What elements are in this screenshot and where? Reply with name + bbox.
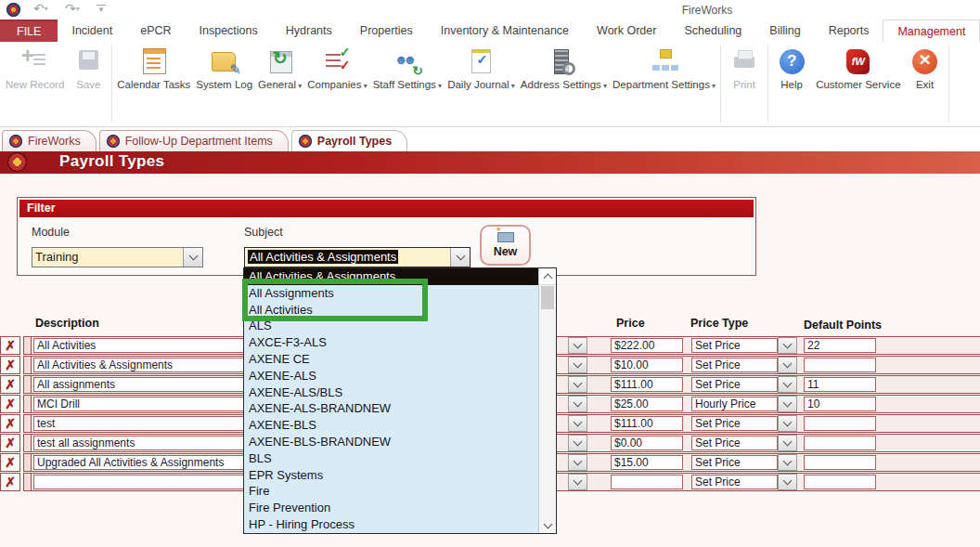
- price-type-combo-button[interactable]: [778, 357, 797, 373]
- ribbon-tab-incident[interactable]: Incident: [58, 20, 126, 42]
- row-subject-combo-button[interactable]: [568, 396, 587, 412]
- price-field[interactable]: $111.00: [611, 416, 683, 431]
- row-grip[interactable]: [24, 337, 32, 354]
- delete-row-button[interactable]: ✗: [0, 473, 20, 491]
- row-grip[interactable]: [24, 357, 32, 373]
- scroll-down-button[interactable]: [539, 518, 556, 533]
- row-grip[interactable]: [24, 415, 32, 432]
- dropdown-item-epr-systems[interactable]: EPR Systems: [244, 467, 540, 484]
- module-combo-button[interactable]: [183, 248, 202, 267]
- price-field[interactable]: $25.00: [611, 397, 683, 411]
- doc-tab-fireworks[interactable]: FireWorks: [2, 130, 97, 151]
- dropdown-item-axene-bls[interactable]: AXENE-BLS: [244, 417, 540, 434]
- price-type-combo-button[interactable]: [778, 435, 797, 451]
- general-button[interactable]: General ▾: [255, 42, 304, 92]
- new-record-button[interactable]: New Record: [3, 42, 67, 92]
- companies-button[interactable]: Companies ▾: [304, 42, 369, 92]
- scrollbar-thumb[interactable]: [541, 286, 554, 309]
- dropdown-item-axene-ce[interactable]: AXENE CE: [244, 351, 540, 368]
- price-type-combo-button[interactable]: [778, 454, 797, 471]
- price-type-combo-button[interactable]: [778, 415, 797, 432]
- price-field[interactable]: [611, 475, 683, 489]
- ribbon-tab-hydrants[interactable]: Hydrants: [272, 20, 346, 42]
- price-type-combo-button[interactable]: [778, 396, 797, 412]
- price-type-combo-button[interactable]: [778, 376, 797, 393]
- default-points-field[interactable]: [804, 416, 876, 431]
- module-combobox[interactable]: Training: [32, 247, 203, 267]
- row-grip[interactable]: [24, 454, 32, 471]
- price-field[interactable]: $111.00: [611, 377, 683, 392]
- ribbon-tab-file[interactable]: FILE: [0, 20, 58, 42]
- redo-button[interactable]: ↷▾: [65, 1, 80, 16]
- delete-row-button[interactable]: ✗: [0, 434, 20, 452]
- exit-button[interactable]: Exit: [904, 42, 947, 92]
- default-points-field[interactable]: [804, 436, 876, 450]
- delete-row-button[interactable]: ✗: [0, 453, 20, 472]
- scroll-up-button[interactable]: [539, 268, 556, 285]
- customer-service-button[interactable]: Customer Service: [813, 42, 903, 92]
- dropdown-item-fire[interactable]: Fire: [244, 483, 540, 500]
- save-button[interactable]: Save: [67, 42, 110, 92]
- delete-row-button[interactable]: ✗: [0, 336, 20, 355]
- ribbon-tab-epcr[interactable]: ePCR: [126, 20, 185, 42]
- new-button[interactable]: New: [480, 225, 531, 266]
- ribbon-tab-scheduling[interactable]: Scheduling: [670, 20, 755, 42]
- row-grip[interactable]: [24, 435, 32, 451]
- price-field[interactable]: $15.00: [611, 455, 683, 470]
- price-type-combo-button[interactable]: [778, 474, 797, 490]
- default-points-field[interactable]: [804, 358, 876, 372]
- doc-tab-follow-up-department-items[interactable]: Follow-Up Department Items: [99, 130, 289, 151]
- subject-combo-button[interactable]: [450, 248, 470, 267]
- delete-row-button[interactable]: ✗: [0, 395, 20, 413]
- subject-combobox[interactable]: All Activities & Assignments: [244, 247, 471, 267]
- dropdown-item-fire-prevention[interactable]: Fire Prevention: [244, 500, 540, 516]
- default-points-field[interactable]: 22: [804, 338, 876, 353]
- ribbon-tab-billing[interactable]: Billing: [755, 20, 814, 42]
- print-button[interactable]: Print: [723, 42, 766, 92]
- price-type-field[interactable]: Set Price: [691, 455, 778, 470]
- price-type-field[interactable]: Set Price: [691, 358, 778, 372]
- row-grip[interactable]: [24, 376, 32, 393]
- daily-journal-button[interactable]: Daily Journal ▾: [445, 42, 518, 92]
- delete-row-button[interactable]: ✗: [0, 414, 20, 433]
- row-subject-combo-button[interactable]: [568, 357, 587, 373]
- department-settings-button[interactable]: Department Settings ▾: [610, 42, 718, 92]
- price-field[interactable]: $10.00: [611, 358, 683, 372]
- price-type-combo-button[interactable]: [778, 337, 797, 354]
- ribbon-tab-work-order[interactable]: Work Order: [583, 20, 670, 42]
- price-type-field[interactable]: Set Price: [691, 475, 778, 489]
- help-button[interactable]: Help: [770, 42, 813, 92]
- price-field[interactable]: $0.00: [611, 436, 683, 450]
- dropdown-item-bls[interactable]: BLS: [244, 450, 540, 467]
- customize-quick-access-button[interactable]: ▾: [97, 5, 106, 13]
- default-points-field[interactable]: [804, 475, 876, 489]
- dropdown-scrollbar[interactable]: [538, 268, 556, 533]
- delete-row-button[interactable]: ✗: [0, 375, 20, 394]
- price-type-field[interactable]: Set Price: [691, 436, 778, 450]
- row-subject-combo-button[interactable]: [568, 415, 587, 432]
- ribbon-tab-inventory-maintenance[interactable]: Inventory & Maintenance: [427, 20, 583, 42]
- ribbon-tab-inspections[interactable]: Inspections: [186, 20, 272, 42]
- row-subject-combo-button[interactable]: [568, 376, 587, 393]
- dropdown-item-axene-als-bls[interactable]: AXENE-ALS/BLS: [244, 384, 540, 401]
- row-subject-combo-button[interactable]: [568, 474, 587, 490]
- ribbon-tab-reports[interactable]: Reports: [815, 20, 883, 42]
- row-grip[interactable]: [24, 396, 32, 412]
- default-points-field[interactable]: 11: [804, 377, 876, 392]
- price-field[interactable]: $222.00: [611, 338, 683, 353]
- dropdown-item-axene-als[interactable]: AXENE-ALS: [244, 368, 540, 384]
- staff-settings-button[interactable]: Staff Settings ▾: [370, 42, 445, 92]
- doc-tab-payroll-types[interactable]: Payroll Types: [291, 130, 407, 151]
- default-points-field[interactable]: 10: [804, 397, 876, 411]
- delete-row-button[interactable]: ✗: [0, 356, 20, 374]
- address-settings-button[interactable]: Address Settings ▾: [518, 42, 610, 92]
- dropdown-item-axene-als-brandnew[interactable]: AXENE-ALS-BRANDNEW: [244, 400, 540, 417]
- dropdown-item-axce-f3-als[interactable]: AXCE-F3-ALS: [244, 334, 540, 351]
- undo-button[interactable]: ↶▾: [33, 1, 48, 16]
- system-log-button[interactable]: System Log: [193, 42, 255, 92]
- dropdown-item-hp-hiring-process[interactable]: HP - Hiring Process: [244, 516, 540, 533]
- default-points-field[interactable]: [804, 455, 876, 470]
- row-grip[interactable]: [24, 474, 32, 490]
- row-subject-combo-button[interactable]: [568, 435, 587, 451]
- dropdown-item-axene-bls-brandnew[interactable]: AXENE-BLS-BRANDNEW: [244, 434, 540, 450]
